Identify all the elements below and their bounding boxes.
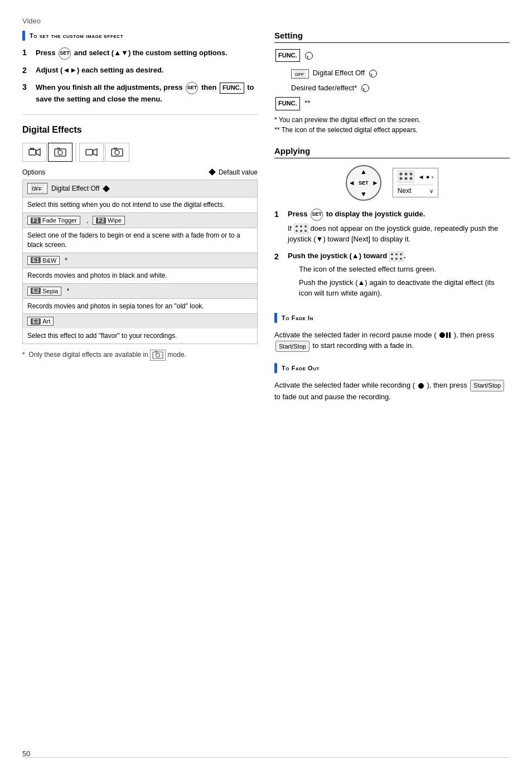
svg-rect-15 — [153, 352, 163, 359]
svg-point-39 — [395, 258, 398, 260]
default-value-label: Default value — [210, 168, 258, 176]
e2-icon: E2 — [31, 288, 41, 294]
next-label: Next ∨ — [398, 187, 433, 195]
svg-rect-0 — [29, 149, 36, 155]
rec-dot-2-icon — [418, 383, 424, 389]
option-tag-f1: F1 Fade Trigger — [27, 216, 80, 225]
svg-point-23 — [409, 173, 412, 176]
step-3-content: When you finish all the adjustments, pre… — [36, 82, 258, 105]
svg-point-36 — [395, 253, 398, 255]
svg-point-21 — [399, 173, 402, 176]
option-row-bw-desc: Records movies and photos in black and w… — [23, 268, 257, 284]
svg-rect-27 — [294, 224, 308, 234]
svg-point-22 — [404, 173, 407, 176]
svg-rect-34 — [389, 252, 404, 262]
step-1-num: 1 — [22, 47, 31, 60]
svg-point-25 — [404, 177, 407, 180]
svg-point-40 — [400, 258, 402, 260]
f2-icon: F2 — [96, 217, 106, 224]
option-row-bw-header: E1 B&W * — [23, 253, 257, 268]
joystick-circle: ▲ ▼ ◄ ► SET — [346, 165, 381, 201]
setting-heading: Setting — [274, 31, 510, 43]
next-box-container: ◄ ● › Next ∨ — [393, 168, 438, 197]
svg-rect-20 — [398, 171, 414, 183]
setting-flow-indent: OFF Digital Effect Off › Desired fader/e… — [291, 66, 510, 94]
record-pause-icon — [439, 332, 451, 338]
option-row-art-header: E3 Art — [23, 314, 257, 328]
de-indicator-icon — [294, 224, 308, 234]
mode-icon-photo2 — [105, 143, 129, 162]
svg-point-5 — [58, 151, 62, 155]
setting-flow-line2: Desired fader/effect* › — [291, 81, 510, 94]
default-diamond-icon — [209, 169, 216, 176]
step-3-num: 3 — [22, 82, 31, 105]
pause-bar-2-icon — [449, 332, 451, 338]
start-stop-button-fadein: Start/Stop — [275, 341, 309, 352]
option-tag-e3: E3 Art — [27, 317, 54, 326]
option-tag-off: OFF 8▲3 — [27, 183, 47, 194]
applying-steps: 1 Press SET to display the joystick guid… — [274, 209, 510, 302]
svg-rect-3 — [32, 148, 34, 150]
photo-mode-2-icon — [111, 147, 123, 157]
video-mode-icon — [28, 147, 41, 157]
footnote: * Only these digital effects are availab… — [22, 350, 258, 361]
svg-point-16 — [156, 354, 160, 357]
svg-point-38 — [391, 258, 393, 260]
step-2-content: Adjust (◄►) each setting as desired. — [36, 65, 163, 76]
svg-point-31 — [296, 230, 298, 232]
applying-step-1-num: 1 — [274, 209, 283, 245]
record-icon — [418, 383, 424, 389]
pause-bar-1-icon — [446, 332, 448, 338]
mode-icon-photo — [48, 143, 72, 162]
setting-note-2: ** The icon of the selected digital effe… — [274, 125, 510, 135]
applying-step-2-content: Push the joystick (▲) toward . The — [288, 251, 510, 301]
joystick-diagram: ▲ ▼ ◄ ► SET — [274, 165, 510, 201]
setting-flow: FUNC. › — [274, 49, 510, 62]
footer-line — [22, 757, 510, 758]
setting-flow-func2: FUNC. ** — [274, 96, 510, 110]
svg-point-37 — [400, 253, 402, 255]
svg-text:OFF: OFF — [295, 72, 304, 77]
mode-icon-video — [22, 143, 47, 162]
func-btn-setting: FUNC. — [275, 49, 300, 62]
page-label: Video — [22, 17, 510, 25]
next-box: ◄ ● › Next ∨ — [393, 168, 438, 197]
de-off-icon: OFF 8▲3 — [31, 184, 44, 193]
joystick-down: ▼ — [360, 190, 367, 198]
right-column: Setting FUNC. › OFF — [274, 31, 510, 402]
step-1: 1 Press SET and select (▲▼) the custom s… — [22, 47, 258, 60]
svg-point-32 — [300, 230, 302, 232]
options-table: OFF 8▲3 Digital Effect Off Select this s… — [22, 180, 258, 344]
applying-step-1-detail: If does not appear on the joystick guide… — [288, 224, 510, 245]
section-divider — [22, 114, 258, 115]
fade-in-text: Activate the selected fader in record pa… — [274, 330, 510, 352]
f1-icon: F1 — [31, 217, 41, 224]
chevron-down-icon: ∨ — [429, 188, 433, 194]
setting-notes: * You can preview the digital effect on … — [274, 115, 510, 135]
left-column: To set the custom image effect 1 Press S… — [22, 31, 258, 402]
func-button-icon: FUNC. — [220, 83, 244, 94]
step-3: 3 When you finish all the adjustments, p… — [22, 82, 258, 105]
next-box-top: ◄ ● › — [398, 171, 433, 185]
option-tag-e1: E1 B&W — [27, 256, 60, 265]
func-btn-setting-2: FUNC. — [275, 97, 300, 110]
photo-mode-icon — [54, 147, 66, 157]
option-row-fade-header: F1 Fade Trigger , F2 Wipe — [23, 213, 257, 228]
next-text: Next — [398, 187, 412, 195]
e3-icon: E3 — [31, 318, 41, 325]
camera-mode-icon-inline — [150, 350, 166, 361]
svg-marker-8 — [93, 149, 97, 156]
circle-arrow-2: › — [369, 70, 377, 78]
two-column-layout: To set the custom image effect 1 Press S… — [22, 31, 510, 402]
applying-step-1: 1 Press SET to display the joystick guid… — [274, 209, 510, 245]
option-tag-e2: E2 Sepia — [27, 287, 61, 296]
joystick-right: ► — [372, 179, 379, 187]
custom-image-heading-text: To set the custom image effect — [30, 32, 123, 39]
option-row-off-header: OFF 8▲3 Digital Effect Off — [23, 180, 257, 197]
e1-icon: E1 — [31, 257, 41, 263]
step-2: 2 Adjust (◄►) each setting as desired. — [22, 65, 258, 76]
set-button-2-icon: SET — [186, 82, 198, 94]
circle-arrow-1: › — [305, 52, 313, 60]
svg-rect-2 — [30, 148, 32, 150]
applying-heading: Applying — [274, 146, 510, 158]
